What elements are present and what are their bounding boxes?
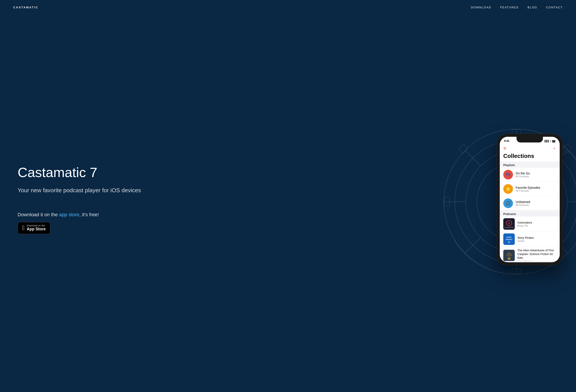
svg-rect-16 [459, 144, 468, 153]
svg-text:☠: ☠ [508, 240, 511, 244]
on-the-go-sub: All Podcasts [516, 175, 556, 178]
apple-icon:  [22, 224, 25, 232]
automators-name: Automators [518, 221, 556, 225]
app-header-bar: ⚙ ＋ [500, 143, 560, 153]
podcast-item-automators[interactable]: A AUTOMATORS Automators Relay FM [500, 216, 560, 232]
podcast-item-finn-caspian[interactable]: FINN CASPIAN 👦 The Alien Adventures of F… [500, 247, 560, 261]
svg-text:CASPIAN: CASPIAN [506, 254, 512, 256]
navigation: CASTAMATIC DOWNLOAD FEATURES BLOG CONTAC… [0, 0, 576, 15]
playlist-item-favorites[interactable]: ⭐ Favorite Episodes All Podcasts [500, 182, 560, 196]
add-collection-icon[interactable]: ＋ [552, 146, 556, 151]
on-the-go-icon: 👣 [503, 170, 513, 180]
phone-mockup: 9:41 ▐▐▐ ∿ ▓▓ ⚙ ＋ Colle [497, 134, 563, 265]
finn-caspian-name: The Alien Adventures of Finn Caspian: Sc… [518, 249, 556, 260]
download-prompt: Download it on the app store, it's free! [18, 212, 141, 218]
unlistened-info: Unlistened All Podcasts [516, 200, 556, 206]
wifi-icon: ∿ [549, 140, 551, 142]
story-pirates-thumb: STORY PIRATES ☠ [503, 234, 515, 245]
svg-text:FINN: FINN [508, 253, 511, 254]
unlistened-sub: All Podcasts [516, 204, 556, 206]
podcasts-section-header: Podcasts [500, 210, 560, 216]
favorites-name: Favorite Episodes [516, 186, 556, 189]
app-title-row: Collections [500, 153, 560, 162]
svg-text:AUTOMATORS: AUTOMATORS [504, 227, 514, 228]
svg-text:PIRATES: PIRATES [506, 239, 512, 240]
status-icons: ▐▐▐ ∿ ▓▓ [544, 140, 555, 142]
on-the-go-info: On the Go All Podcasts [516, 172, 556, 178]
automators-sub: Relay FM [518, 224, 556, 227]
hero-subtitle: Your new favorite podcast player for iOS… [18, 186, 141, 194]
automators-thumb: A AUTOMATORS [503, 218, 515, 230]
favorites-icon: ⭐ [503, 184, 513, 194]
svg-rect-17 [563, 144, 572, 153]
playlists-section-header: Playlists [500, 162, 560, 168]
status-time: 9:41 [504, 139, 510, 142]
nav-logo[interactable]: CASTAMATIC [13, 6, 38, 9]
nav-features[interactable]: FEATURES [500, 6, 519, 9]
finn-caspian-thumb: FINN CASPIAN 👦 [503, 250, 515, 261]
unlistened-icon: 🎧 [503, 198, 513, 208]
nav-download[interactable]: DOWNLOAD [471, 6, 491, 9]
svg-rect-13 [512, 269, 521, 274]
finn-caspian-sub: Gen-Z Media [518, 260, 556, 261]
settings-gear-icon[interactable]: ⚙ [503, 146, 506, 150]
story-pirates-info: Story Pirates Gimlet [518, 236, 556, 242]
finn-caspian-info: The Alien Adventures of Finn Caspian: Sc… [518, 249, 556, 261]
badge-top-text: Download on the [27, 224, 46, 227]
story-pirates-sub: Gimlet [518, 240, 556, 242]
svg-text:A: A [508, 222, 510, 224]
app-store-link[interactable]: app store [59, 212, 79, 217]
download-text-end: , it's free! [79, 212, 99, 217]
hero-content: Castamatic 7 Your new favorite podcast p… [18, 165, 141, 234]
favorites-sub: All Podcasts [516, 189, 556, 192]
phone-notch [517, 137, 543, 142]
app-store-badge[interactable]:  Download on the App Store [18, 222, 50, 234]
svg-line-11 [465, 238, 480, 253]
on-the-go-name: On the Go [516, 172, 556, 175]
svg-text:STORY: STORY [506, 236, 512, 238]
badge-text: Download on the App Store [27, 224, 46, 232]
podcast-item-story-pirates[interactable]: STORY PIRATES ☠ Story Pirates Gimlet [500, 232, 560, 247]
svg-text:👦: 👦 [508, 257, 511, 260]
nav-contact[interactable]: CONTACT [546, 6, 563, 9]
playlist-item-on-the-go[interactable]: 👣 On the Go All Podcasts [500, 168, 560, 182]
collections-title: Collections [503, 153, 556, 159]
download-text-start: Download it on the [18, 212, 59, 217]
app-screen-content: ⚙ ＋ Collections Playlists 👣 [500, 143, 560, 261]
signal-icon: ▐▐▐ [544, 140, 548, 142]
automators-info: Automators Relay FM [518, 221, 556, 227]
phone-screen: 9:41 ▐▐▐ ∿ ▓▓ ⚙ ＋ Colle [500, 137, 560, 262]
unlistened-name: Unlistened [516, 200, 556, 204]
svg-line-8 [465, 150, 480, 166]
story-pirates-name: Story Pirates [518, 236, 556, 240]
hero-title: Castamatic 7 [18, 165, 141, 180]
hero-section: Castamatic 7 Your new favorite podcast p… [0, 15, 576, 389]
playlist-item-unlistened[interactable]: 🎧 Unlistened All Podcasts [500, 196, 560, 210]
favorites-info: Favorite Episodes All Podcasts [516, 186, 556, 192]
svg-rect-14 [444, 197, 450, 206]
nav-links: DOWNLOAD FEATURES BLOG CONTACT [471, 5, 563, 9]
nav-blog[interactable]: BLOG [527, 6, 537, 9]
phone-frame: 9:41 ▐▐▐ ∿ ▓▓ ⚙ ＋ Colle [497, 134, 563, 265]
badge-bottom-text: App Store [27, 227, 46, 232]
battery-icon: ▓▓ [552, 140, 555, 142]
